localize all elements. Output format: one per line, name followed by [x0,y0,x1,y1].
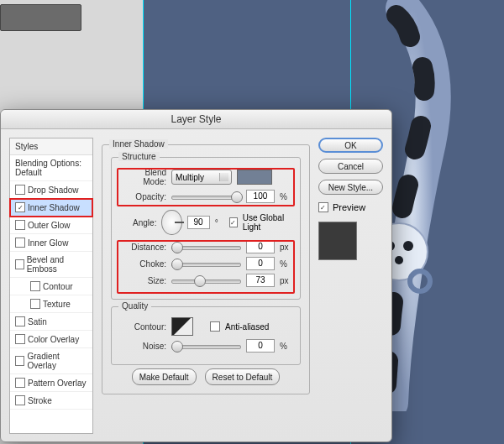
effect-checkbox[interactable] [15,220,25,230]
contour-picker[interactable] [171,317,193,336]
preview-checkbox[interactable] [318,202,328,212]
sidebar-item-blending-options-default[interactable]: Blending Options: Default [10,155,92,181]
sidebar-item-label: Gradient Overlay [27,352,87,370]
sidebar-item-label: Color Overlay [28,335,79,344]
sidebar-item-inner-glow[interactable]: Inner Glow [10,234,92,252]
quality-legend: Quality [118,301,151,311]
sidebar-item-label: Satin [28,317,47,326]
sidebar-item-texture[interactable]: Texture [10,295,92,313]
sidebar-item-stroke[interactable]: Stroke [10,392,92,410]
cancel-button[interactable]: Cancel [318,159,383,174]
degree-unit: ° [215,218,224,227]
choke-value[interactable]: 0 [246,257,275,270]
sidebar-item-bevel-and-emboss[interactable]: Bevel and Emboss [10,252,92,278]
effect-checkbox[interactable] [15,202,25,212]
panel-title: Inner Shadow [109,139,168,149]
effect-checkbox[interactable] [15,259,24,269]
contour-label: Contour: [120,322,166,332]
size-slider[interactable] [171,274,241,286]
sidebar-item-inner-shadow[interactable]: Inner Shadow [10,199,92,217]
distance-value[interactable]: 0 [246,240,275,253]
px-unit: px [280,276,291,285]
sidebar-item-satin[interactable]: Satin [10,313,92,331]
sidebar-item-label: Pattern Overlay [28,379,86,388]
size-label: Size: [120,276,166,285]
effects-sidebar: Styles Blending Options: DefaultDrop Sha… [9,138,93,434]
sidebar-item-gradient-overlay[interactable]: Gradient Overlay [10,348,92,374]
effect-checkbox[interactable] [15,238,25,248]
preview-swatch [318,222,357,260]
blend-mode-dropdown[interactable]: Multiply▾ [171,170,232,185]
structure-group: Structure Blend Mode: Multiply▾ Opacity:… [111,157,301,300]
sidebar-item-contour[interactable]: Contour [10,278,92,295]
opacity-value[interactable]: 100 [246,190,275,203]
dialog-buttons: OK Cancel New Style... Preview [318,138,383,434]
effect-checkbox[interactable] [15,378,25,388]
antialiased-checkbox[interactable] [210,321,220,332]
floating-palette[interactable] [0,4,81,31]
shadow-color-swatch[interactable] [237,170,272,185]
ok-button[interactable]: OK [318,138,383,153]
effect-checkbox[interactable] [15,395,25,405]
make-default-button[interactable]: Make Default [132,368,197,385]
panel-outer: Inner Shadow Structure Blend Mode: Multi… [102,144,310,394]
sidebar-item-outer-glow[interactable]: Outer Glow [10,217,92,234]
global-light-checkbox[interactable] [229,217,238,227]
distance-label: Distance: [120,243,166,252]
reset-default-button[interactable]: Reset to Default [205,368,281,385]
sidebar-item-label: Inner Shadow [28,203,80,212]
svg-point-3 [395,256,403,264]
distance-slider[interactable] [171,241,241,253]
sidebar-item-label: Texture [43,300,71,309]
effect-checkbox[interactable] [15,185,25,195]
blend-mode-value: Multiply [176,173,204,182]
angle-value[interactable]: 90 [187,216,210,229]
percent-unit: % [280,192,291,201]
blend-mode-label: Blend Mode: [120,168,166,186]
sidebar-item-label: Inner Glow [28,238,68,248]
quality-group: Quality Contour: Anti-aliased Noise: 0 % [111,306,301,365]
percent-unit: % [280,259,291,269]
sidebar-item-label: Drop Shadow [28,185,79,195]
sidebar-header[interactable]: Styles [10,138,92,155]
svg-point-2 [403,241,413,251]
angle-dial[interactable] [161,210,181,235]
percent-unit: % [280,342,291,351]
effect-checkbox[interactable] [15,334,25,344]
size-value[interactable]: 73 [246,274,275,287]
effect-checkbox[interactable] [30,281,40,291]
new-style-button[interactable]: New Style... [318,180,383,195]
effect-checkbox[interactable] [15,316,25,326]
opacity-slider[interactable] [171,191,241,202]
preview-label: Preview [333,202,365,212]
noise-value[interactable]: 0 [246,339,275,353]
global-light-label: Use Global Light [243,213,291,232]
effect-checkbox[interactable] [15,356,24,366]
noise-label: Noise: [120,342,166,351]
layer-style-dialog: Layer Style Styles Blending Options: Def… [0,109,392,442]
sidebar-item-label: Blending Options: Default [15,159,87,177]
effect-checkbox[interactable] [30,299,40,309]
px-unit: px [280,243,291,252]
sidebar-item-label: Bevel and Emboss [27,255,87,274]
noise-slider[interactable] [171,340,241,352]
sidebar-item-label: Outer Glow [28,221,71,230]
opacity-label: Opacity: [120,192,166,201]
structure-legend: Structure [118,152,160,161]
sidebar-item-label: Stroke [28,396,52,405]
antialiased-label: Anti-aliased [225,322,269,332]
choke-slider[interactable] [171,258,241,269]
sidebar-item-drop-shadow[interactable]: Drop Shadow [10,181,92,199]
sidebar-item-pattern-overlay[interactable]: Pattern Overlay [10,374,92,392]
sidebar-item-label: Contour [43,282,73,291]
settings-panel: Inner Shadow Structure Blend Mode: Multi… [102,138,310,434]
angle-label: Angle: [120,218,156,227]
sidebar-item-color-overlay[interactable]: Color Overlay [10,331,92,348]
choke-label: Choke: [120,259,166,269]
dialog-title[interactable]: Layer Style [1,110,391,129]
